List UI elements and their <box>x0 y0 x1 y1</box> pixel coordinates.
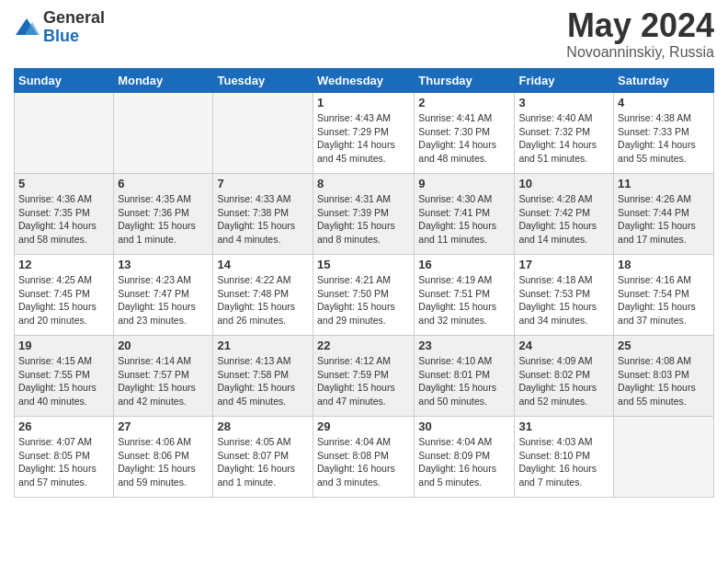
table-row: 4Sunrise: 4:38 AMSunset: 7:33 PMDaylight… <box>614 93 714 174</box>
table-row: 19Sunrise: 4:15 AMSunset: 7:55 PMDayligh… <box>15 336 114 417</box>
calendar-week-row: 1Sunrise: 4:43 AMSunset: 7:29 PMDaylight… <box>15 93 714 174</box>
table-row: 16Sunrise: 4:19 AMSunset: 7:51 PMDayligh… <box>415 255 515 336</box>
day-number: 23 <box>418 339 510 352</box>
table-row: 12Sunrise: 4:25 AMSunset: 7:45 PMDayligh… <box>15 255 114 336</box>
day-detail: Sunrise: 4:08 AMSunset: 8:03 PMDaylight:… <box>618 354 710 408</box>
day-number: 11 <box>618 177 710 190</box>
day-detail: Sunrise: 4:19 AMSunset: 7:51 PMDaylight:… <box>418 273 510 327</box>
day-detail: Sunrise: 4:40 AMSunset: 7:32 PMDaylight:… <box>518 111 609 166</box>
logo-text: General Blue <box>43 9 105 46</box>
day-number: 4 <box>618 96 710 109</box>
table-row: 11Sunrise: 4:26 AMSunset: 7:44 PMDayligh… <box>614 174 714 255</box>
day-detail: Sunrise: 4:43 AMSunset: 7:29 PMDaylight:… <box>317 111 410 166</box>
day-detail: Sunrise: 4:26 AMSunset: 7:44 PMDaylight:… <box>618 192 710 247</box>
day-number: 22 <box>317 339 410 352</box>
day-detail: Sunrise: 4:14 AMSunset: 7:57 PMDaylight:… <box>118 354 209 408</box>
day-number: 1 <box>317 96 410 109</box>
table-row: 14Sunrise: 4:22 AMSunset: 7:48 PMDayligh… <box>213 255 313 336</box>
day-detail: Sunrise: 4:25 AMSunset: 7:45 PMDaylight:… <box>18 273 109 327</box>
day-detail: Sunrise: 4:05 AMSunset: 8:07 PMDaylight:… <box>217 435 309 489</box>
day-detail: Sunrise: 4:13 AMSunset: 7:58 PMDaylight:… <box>217 354 309 408</box>
table-row <box>213 93 313 174</box>
table-row: 31Sunrise: 4:03 AMSunset: 8:10 PMDayligh… <box>515 417 614 498</box>
logo-blue-text: Blue <box>43 28 105 46</box>
table-row: 26Sunrise: 4:07 AMSunset: 8:05 PMDayligh… <box>15 417 114 498</box>
day-number: 24 <box>518 339 609 352</box>
day-detail: Sunrise: 4:38 AMSunset: 7:33 PMDaylight:… <box>618 111 710 166</box>
day-detail: Sunrise: 4:15 AMSunset: 7:55 PMDaylight:… <box>18 354 109 408</box>
table-row: 1Sunrise: 4:43 AMSunset: 7:29 PMDaylight… <box>313 93 415 174</box>
table-row: 20Sunrise: 4:14 AMSunset: 7:57 PMDayligh… <box>114 336 213 417</box>
day-number: 27 <box>118 419 209 433</box>
col-thursday: Thursday <box>415 69 515 93</box>
col-tuesday: Tuesday <box>213 69 313 93</box>
table-row: 15Sunrise: 4:21 AMSunset: 7:50 PMDayligh… <box>313 255 415 336</box>
day-number: 17 <box>518 258 609 271</box>
table-row: 30Sunrise: 4:04 AMSunset: 8:09 PMDayligh… <box>415 417 515 498</box>
day-number: 16 <box>418 258 510 271</box>
day-number: 5 <box>18 177 109 190</box>
day-number: 12 <box>18 258 109 271</box>
day-number: 30 <box>418 419 510 433</box>
logo-icon <box>14 15 40 40</box>
table-row <box>614 417 714 498</box>
day-number: 14 <box>217 258 309 271</box>
day-detail: Sunrise: 4:09 AMSunset: 8:02 PMDaylight:… <box>518 354 609 408</box>
day-detail: Sunrise: 4:22 AMSunset: 7:48 PMDaylight:… <box>217 273 309 327</box>
day-number: 6 <box>118 177 209 190</box>
day-detail: Sunrise: 4:18 AMSunset: 7:53 PMDaylight:… <box>518 273 609 327</box>
day-number: 18 <box>618 258 710 271</box>
table-row: 28Sunrise: 4:05 AMSunset: 8:07 PMDayligh… <box>213 417 313 498</box>
day-number: 15 <box>317 258 410 271</box>
day-number: 8 <box>317 177 410 190</box>
day-number: 10 <box>518 177 609 190</box>
table-row: 18Sunrise: 4:16 AMSunset: 7:54 PMDayligh… <box>614 255 714 336</box>
location: Novoanninskiy, Russia <box>566 44 714 61</box>
day-detail: Sunrise: 4:31 AMSunset: 7:39 PMDaylight:… <box>317 192 410 247</box>
main-container: General Blue May 2024 Novoanninskiy, Rus… <box>0 0 728 507</box>
table-row: 8Sunrise: 4:31 AMSunset: 7:39 PMDaylight… <box>313 174 415 255</box>
day-detail: Sunrise: 4:36 AMSunset: 7:35 PMDaylight:… <box>18 192 109 247</box>
day-detail: Sunrise: 4:35 AMSunset: 7:36 PMDaylight:… <box>118 192 209 247</box>
day-detail: Sunrise: 4:06 AMSunset: 8:06 PMDaylight:… <box>118 435 209 489</box>
col-sunday: Sunday <box>15 69 114 93</box>
day-detail: Sunrise: 4:23 AMSunset: 7:47 PMDaylight:… <box>118 273 209 327</box>
day-number: 31 <box>518 419 609 433</box>
table-row: 6Sunrise: 4:35 AMSunset: 7:36 PMDaylight… <box>114 174 213 255</box>
day-number: 28 <box>217 419 309 433</box>
day-number: 2 <box>418 96 510 109</box>
table-row: 13Sunrise: 4:23 AMSunset: 7:47 PMDayligh… <box>114 255 213 336</box>
col-monday: Monday <box>114 69 213 93</box>
table-row: 7Sunrise: 4:33 AMSunset: 7:38 PMDaylight… <box>213 174 313 255</box>
day-detail: Sunrise: 4:04 AMSunset: 8:08 PMDaylight:… <box>317 435 410 489</box>
table-row: 3Sunrise: 4:40 AMSunset: 7:32 PMDaylight… <box>515 93 614 174</box>
table-row: 10Sunrise: 4:28 AMSunset: 7:42 PMDayligh… <box>515 174 614 255</box>
day-detail: Sunrise: 4:41 AMSunset: 7:30 PMDaylight:… <box>418 111 510 166</box>
col-friday: Friday <box>515 69 614 93</box>
day-detail: Sunrise: 4:07 AMSunset: 8:05 PMDaylight:… <box>18 435 109 489</box>
table-row: 9Sunrise: 4:30 AMSunset: 7:41 PMDaylight… <box>415 174 515 255</box>
table-row: 25Sunrise: 4:08 AMSunset: 8:03 PMDayligh… <box>614 336 714 417</box>
day-number: 21 <box>217 339 309 352</box>
table-row: 22Sunrise: 4:12 AMSunset: 7:59 PMDayligh… <box>313 336 415 417</box>
calendar-week-row: 12Sunrise: 4:25 AMSunset: 7:45 PMDayligh… <box>15 255 714 336</box>
day-detail: Sunrise: 4:30 AMSunset: 7:41 PMDaylight:… <box>418 192 510 247</box>
calendar-week-row: 5Sunrise: 4:36 AMSunset: 7:35 PMDaylight… <box>15 174 714 255</box>
table-row <box>15 93 114 174</box>
logo: General Blue <box>14 9 105 46</box>
day-number: 20 <box>118 339 209 352</box>
title-area: May 2024 Novoanninskiy, Russia <box>566 9 714 61</box>
table-row <box>114 93 213 174</box>
table-row: 5Sunrise: 4:36 AMSunset: 7:35 PMDaylight… <box>15 174 114 255</box>
day-detail: Sunrise: 4:03 AMSunset: 8:10 PMDaylight:… <box>518 435 609 489</box>
col-saturday: Saturday <box>614 69 714 93</box>
table-row: 23Sunrise: 4:10 AMSunset: 8:01 PMDayligh… <box>415 336 515 417</box>
col-wednesday: Wednesday <box>313 69 415 93</box>
table-row: 27Sunrise: 4:06 AMSunset: 8:06 PMDayligh… <box>114 417 213 498</box>
table-row: 29Sunrise: 4:04 AMSunset: 8:08 PMDayligh… <box>313 417 415 498</box>
day-number: 26 <box>18 419 109 433</box>
table-row: 2Sunrise: 4:41 AMSunset: 7:30 PMDaylight… <box>415 93 515 174</box>
day-detail: Sunrise: 4:10 AMSunset: 8:01 PMDaylight:… <box>418 354 510 408</box>
table-row: 24Sunrise: 4:09 AMSunset: 8:02 PMDayligh… <box>515 336 614 417</box>
day-detail: Sunrise: 4:33 AMSunset: 7:38 PMDaylight:… <box>217 192 309 247</box>
